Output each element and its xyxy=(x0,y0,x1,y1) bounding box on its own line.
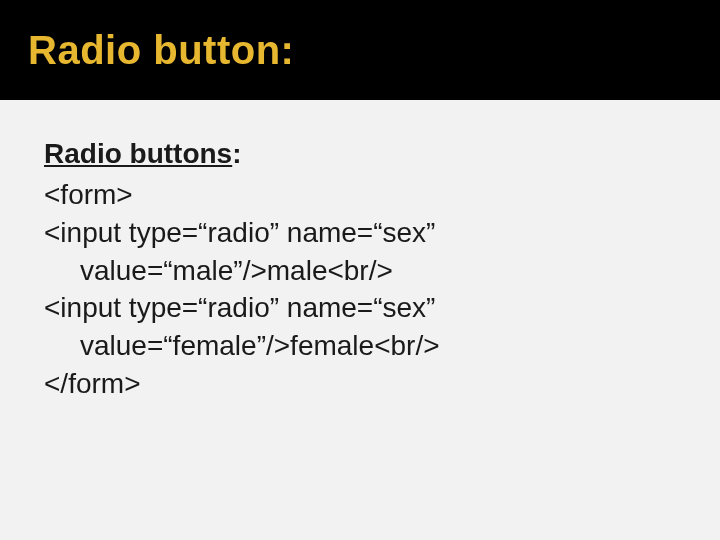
code-line-5: value=“female”/>female<br/> xyxy=(44,327,676,365)
title-band: Radio button: xyxy=(0,0,720,100)
slide-body: Radio buttons: <form> <input type=“radio… xyxy=(0,100,720,403)
slide: Radio button: Radio buttons: <form> <inp… xyxy=(0,0,720,540)
subheading-suffix: : xyxy=(232,138,241,169)
subheading: Radio buttons: xyxy=(44,138,676,170)
code-line-6: </form> xyxy=(44,365,676,403)
code-line-2: <input type=“radio” name=“sex” xyxy=(44,214,676,252)
code-line-3: value=“male”/>male<br/> xyxy=(44,252,676,290)
code-line-1: <form> xyxy=(44,176,676,214)
code-line-4: <input type=“radio” name=“sex” xyxy=(44,289,676,327)
subheading-underlined: Radio buttons xyxy=(44,138,232,169)
slide-title: Radio button: xyxy=(28,28,294,73)
